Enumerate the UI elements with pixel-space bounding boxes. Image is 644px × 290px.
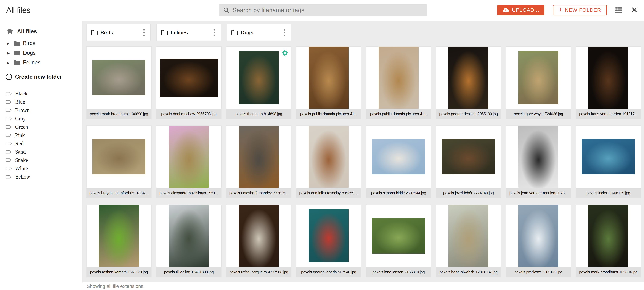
file-card[interactable]: pexels-inchs-11608139.jpg bbox=[576, 125, 641, 198]
file-card[interactable]: pexels-thomas-b-814898.jpg bbox=[226, 46, 292, 119]
kebab-menu-icon[interactable] bbox=[212, 28, 216, 37]
file-card[interactable]: pexels-mark-broadhurst-106690.jpg bbox=[86, 46, 152, 119]
chevron-right-icon[interactable]: ▸ bbox=[7, 41, 11, 46]
chevron-right-icon[interactable]: ▸ bbox=[7, 60, 11, 65]
file-thumbnail bbox=[448, 47, 488, 109]
kebab-menu-icon[interactable] bbox=[282, 28, 286, 37]
status-bar: Showing all file extensions. bbox=[82, 282, 644, 290]
file-card[interactable]: pexels-till-daling-12461880.jpg bbox=[156, 205, 222, 277]
file-thumbnail bbox=[442, 139, 495, 175]
file-thumbnail bbox=[518, 205, 558, 267]
sidebar-root-label: All files bbox=[17, 28, 37, 35]
file-thumbnail-area bbox=[576, 205, 641, 267]
file-card[interactable]: pexels-gary-whyte-724626.jpg bbox=[506, 46, 571, 119]
file-card[interactable]: pexels-public-domain-pictures-41... bbox=[366, 46, 431, 119]
file-name-footer: pexels-natasha-fernandez-733835... bbox=[226, 188, 291, 198]
file-card[interactable]: pexels-george-lebada-567540.jpg bbox=[296, 205, 361, 277]
tag-item-pink[interactable]: Pink bbox=[0, 131, 82, 139]
search-input[interactable] bbox=[232, 7, 424, 14]
tag-item-snake[interactable]: Snake bbox=[0, 156, 82, 164]
tag-icon bbox=[6, 150, 12, 154]
sidebar-item-felines[interactable]: ▸ Felines bbox=[0, 58, 82, 67]
folder-card-felines[interactable]: Felines bbox=[156, 24, 221, 41]
file-name-footer: pexels-mark-broadhurst-106690.jpg bbox=[86, 109, 151, 119]
file-thumbnail bbox=[518, 126, 558, 188]
file-card[interactable]: pexels-jean-van-der-meulen-2078... bbox=[506, 125, 571, 198]
file-name: pexels-till-daling-12461880.jpg bbox=[164, 270, 214, 274]
file-thumbnail-area bbox=[576, 126, 641, 188]
folder-cards-row: Birds Felines Dogs bbox=[86, 24, 644, 41]
file-card[interactable]: pexels-alexandra-novitskaya-2951... bbox=[156, 125, 222, 198]
list-view-icon[interactable] bbox=[615, 7, 622, 13]
file-name: pexels-simona-kidrič-2607544.jpg bbox=[371, 191, 426, 195]
file-card[interactable]: pexels-public-domain-pictures-41... bbox=[296, 46, 361, 119]
tag-item-white[interactable]: White bbox=[0, 164, 82, 173]
search-bar[interactable] bbox=[219, 4, 427, 16]
file-thumbnail bbox=[309, 209, 349, 263]
create-new-folder-button[interactable]: Create new folder bbox=[0, 72, 82, 82]
file-thumbnail-area bbox=[366, 126, 431, 188]
file-card[interactable]: pexels-mark-broadhurst-105804.jpg bbox=[576, 205, 641, 277]
folder-card-birds[interactable]: Birds bbox=[86, 24, 151, 41]
tag-icon bbox=[6, 91, 12, 96]
tag-item-black[interactable]: Black bbox=[0, 89, 82, 98]
file-card[interactable]: pexels-dani-muchow-2955703.jpg bbox=[156, 46, 222, 119]
file-name-footer: pexels-public-domain-pictures-41... bbox=[366, 109, 431, 119]
tag-icon bbox=[6, 116, 12, 121]
file-card[interactable]: pexels-heba-alwahsh-12011987.jpg bbox=[436, 205, 501, 277]
tag-item-yellow[interactable]: Yellow bbox=[0, 173, 82, 181]
tag-label: Brown bbox=[15, 107, 30, 113]
file-card[interactable]: pexels-george-desipris-2055100.jpg bbox=[436, 46, 501, 119]
file-name-footer: pexels-dominika-roseclay-895259.... bbox=[296, 188, 361, 198]
folder-icon bbox=[14, 40, 20, 46]
file-card[interactable]: pexels-roshan-kamath-1661179.jpg bbox=[86, 205, 152, 277]
file-name-footer: pexels-till-daling-12461880.jpg bbox=[156, 267, 221, 277]
file-name: pexels-dani-muchow-2955703.jpg bbox=[161, 112, 216, 116]
file-thumbnail-area bbox=[436, 126, 501, 188]
file-card[interactable]: pexels-simona-kidrič-2607544.jpg bbox=[366, 125, 431, 198]
file-name: pexels-brayden-stanford-8521834.... bbox=[90, 191, 148, 195]
file-card[interactable]: pexels-frans-van-heerden-191217... bbox=[576, 46, 641, 119]
close-icon[interactable]: ✕ bbox=[631, 6, 638, 14]
folder-card-dogs[interactable]: Dogs bbox=[227, 24, 291, 41]
home-icon bbox=[6, 28, 14, 35]
file-card[interactable]: pexels-natasha-fernandez-733835... bbox=[226, 125, 292, 198]
sidebar-item-all-files[interactable]: All files bbox=[0, 27, 82, 36]
file-name: pexels-alexandra-novitskaya-2951... bbox=[160, 191, 218, 195]
tag-item-red[interactable]: Red bbox=[0, 139, 82, 148]
file-card[interactable]: pexels-rafael-cerqueira-4737508.jpg bbox=[226, 205, 292, 277]
file-thumbnail-area bbox=[576, 47, 641, 109]
file-card[interactable]: pexels-dominika-roseclay-895259.... bbox=[296, 125, 361, 198]
file-thumbnail bbox=[309, 126, 349, 188]
file-thumbnail-area bbox=[156, 126, 221, 188]
tag-item-brown[interactable]: Brown bbox=[0, 106, 82, 114]
file-thumbnail bbox=[518, 51, 558, 104]
file-thumbnail bbox=[160, 59, 218, 97]
file-card[interactable]: pexels-brayden-stanford-8521834.... bbox=[86, 125, 152, 198]
tag-label: Black bbox=[15, 91, 28, 97]
new-folder-button[interactable]: + NEW FOLDER bbox=[553, 5, 607, 15]
file-card[interactable]: pexels-pratikxox-3365129.jpg bbox=[506, 205, 571, 277]
file-thumbnail bbox=[169, 205, 209, 267]
chevron-right-icon[interactable]: ▸ bbox=[7, 50, 11, 56]
file-thumbnail-area bbox=[86, 205, 151, 267]
file-thumbnail bbox=[588, 47, 628, 109]
tag-item-sand[interactable]: Sand bbox=[0, 148, 82, 156]
tag-item-green[interactable]: Green bbox=[0, 123, 82, 131]
file-name: pexels-natasha-fernandez-733835... bbox=[229, 191, 288, 195]
file-thumbnail-area bbox=[366, 47, 431, 109]
file-card[interactable]: pexels-lone-jensen-2156310.jpg bbox=[366, 205, 431, 277]
file-card[interactable]: pexels-jozef-fehér-2774140.jpg bbox=[436, 125, 501, 198]
upload-button[interactable]: UPLOAD... bbox=[497, 5, 544, 15]
tag-label: White bbox=[15, 166, 28, 172]
file-name: pexels-jean-van-der-meulen-2078... bbox=[509, 191, 568, 195]
tag-item-blue[interactable]: Blue bbox=[0, 98, 82, 106]
file-name: pexels-public-domain-pictures-41... bbox=[370, 112, 427, 116]
file-name-footer: pexels-alexandra-novitskaya-2951... bbox=[156, 188, 221, 198]
file-name-footer: pexels-heba-alwahsh-12011987.jpg bbox=[436, 267, 501, 277]
sidebar-item-dogs[interactable]: ▸ Dogs bbox=[0, 48, 82, 58]
kebab-menu-icon[interactable] bbox=[142, 28, 146, 37]
sidebar-item-birds[interactable]: ▸ Birds bbox=[0, 38, 82, 48]
file-name-footer: pexels-simona-kidrič-2607544.jpg bbox=[366, 188, 431, 198]
tag-item-gray[interactable]: Gray bbox=[0, 114, 82, 123]
